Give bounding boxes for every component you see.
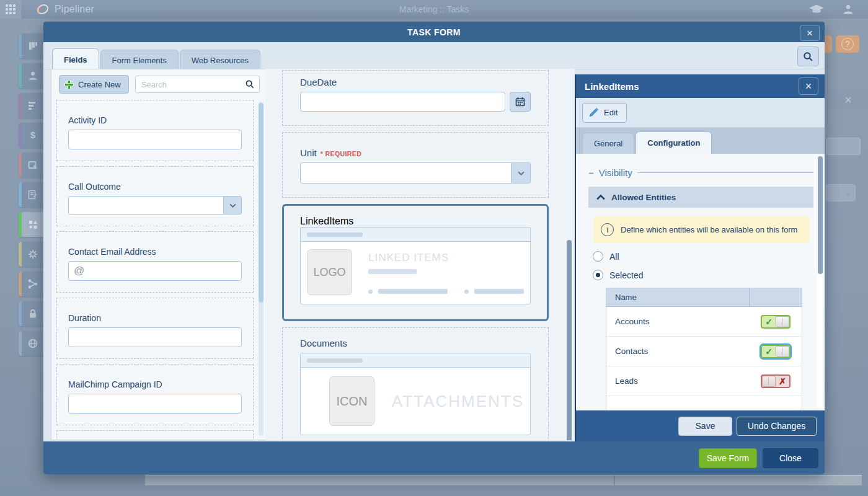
user-profile-icon[interactable] (842, 3, 854, 16)
x-icon: ✗ (776, 376, 789, 387)
chevron-down-icon (512, 162, 531, 184)
inspector-title: LinkedItems (585, 81, 799, 92)
canvas-section-documents[interactable]: Documents ICON ATTACHMENTS (282, 327, 549, 440)
form-canvas: DueDate Unit* REQUIRED (265, 69, 575, 440)
modal-close-button[interactable]: × (800, 25, 820, 41)
canvas-section-duedate[interactable]: DueDate (282, 70, 549, 126)
inspector-close-button[interactable]: × (799, 78, 818, 95)
leads-toggle-off[interactable]: ✗ (761, 374, 790, 388)
tab-form-elements[interactable]: Form Elements (100, 50, 179, 71)
toggle-knob (776, 316, 789, 327)
search-icon (245, 79, 255, 89)
close-icon: × (807, 28, 813, 38)
palette-tabs: Fields Form Elements Web Resources (52, 48, 260, 71)
table-row-leads: Leads ✗ (606, 366, 802, 396)
undo-changes-button[interactable]: Undo Changes (737, 417, 817, 436)
table-row-partial (606, 396, 802, 410)
modal-title: TASK FORM (407, 27, 461, 37)
pipeliner-logo-icon (36, 2, 50, 16)
help-icon: ? (841, 38, 854, 50)
pencil-icon (588, 107, 599, 118)
attachments-placeholder-title: ATTACHMENTS (392, 392, 524, 411)
icon-placeholder-box: ICON (329, 376, 374, 426)
search-icon (803, 51, 813, 62)
masked-button (825, 35, 832, 53)
radio-all[interactable]: All (593, 251, 813, 262)
info-text: Define which entities will be available … (621, 225, 797, 234)
save-form-button[interactable]: Save Form (699, 448, 757, 468)
required-badge: * REQUIRED (321, 150, 361, 157)
field-inspector-panel: LinkedItems × Edit General Configuration… (575, 74, 825, 441)
toggle-knob (776, 346, 789, 357)
inspector-footer: Save Undo Changes (576, 410, 825, 441)
create-new-label: Create New (78, 80, 121, 89)
duedate-input[interactable] (300, 92, 505, 112)
check-icon: ✓ (762, 346, 776, 357)
check-icon: ✓ (762, 316, 776, 327)
canvas-section-linkeditems-selected[interactable]: LinkedItems LOGO LINKED ITEMS (282, 204, 549, 321)
form-search-button[interactable] (797, 46, 819, 66)
info-icon: i (601, 223, 614, 236)
academy-cap-icon[interactable] (808, 4, 825, 15)
close-button[interactable]: Close (763, 448, 818, 468)
canvas-scrollbar[interactable] (567, 240, 572, 440)
linked-items-placeholder-title: LINKED ITEMS (368, 252, 524, 264)
allowed-entities-title: Allowed Entities (611, 193, 676, 202)
inspector-header: LinkedItems × (576, 74, 825, 98)
chevron-down-icon (224, 196, 242, 215)
email-at-prefix: @ (74, 265, 84, 277)
masked-input (826, 138, 861, 155)
radio-circle-selected[interactable] (593, 270, 603, 280)
palette-field-call-outcome[interactable]: Call Outcome (56, 166, 254, 226)
tab-fields[interactable]: Fields (52, 48, 99, 71)
palette-field-activity-id[interactable]: Activity ID (56, 100, 254, 161)
save-button[interactable]: Save (678, 417, 732, 436)
palette-field-mailchimp[interactable]: MailChimp Campaign ID (56, 364, 254, 425)
table-row-contacts: Contacts ✓ (606, 337, 802, 366)
modal-footer: Save Form Close (43, 441, 825, 474)
tab-general[interactable]: General (582, 133, 634, 154)
apps-grid-icon[interactable] (0, 0, 21, 19)
inspector-content: − Visibility Allowed Entities i Define w… (576, 154, 825, 410)
unit-select[interactable] (300, 162, 531, 184)
brand-logo: Pipeliner (36, 2, 94, 16)
help-button[interactable]: ? (836, 35, 859, 53)
masked-footer-band (145, 475, 862, 485)
inspector-scrollbar[interactable] (817, 156, 823, 408)
linkeditems-placeholder: LOGO LINKED ITEMS (300, 227, 531, 304)
palette-field-contact-email[interactable]: Contact Email Address @ (56, 231, 254, 293)
name-column-header: Name (606, 293, 749, 302)
radio-circle[interactable] (593, 251, 603, 262)
canvas-section-unit[interactable]: Unit* REQUIRED (282, 132, 549, 198)
allowed-entities-header[interactable]: Allowed Entities (588, 187, 813, 208)
collapse-icon: − (588, 167, 594, 178)
calendar-icon (515, 97, 525, 107)
svg-text:$: $ (30, 130, 36, 140)
masked-select: ⌄ (826, 184, 856, 202)
page-title: Marketing :: Tasks (0, 4, 868, 14)
palette-scrollbar[interactable] (259, 102, 264, 436)
contacts-toggle-on[interactable]: ✓ (761, 345, 790, 358)
visibility-section-header[interactable]: − Visibility (588, 167, 813, 178)
documents-placeholder: ICON ATTACHMENTS (300, 353, 531, 435)
palette-field-region[interactable]: Region (56, 430, 254, 440)
modal-title-bar: TASK FORM (43, 22, 825, 42)
calendar-button[interactable] (510, 92, 531, 112)
task-form-modal: TASK FORM × Fields Form Elements Web Res… (43, 22, 825, 474)
tab-configuration[interactable]: Configuration (636, 131, 712, 154)
palette-field-list: Activity ID Call Outcome Contact Email A… (56, 100, 254, 440)
table-header-row: Name (606, 288, 802, 307)
allowed-entities-table: Name Accounts ✓ Contacts (606, 288, 802, 410)
radio-selected[interactable]: Selected (593, 270, 813, 280)
palette-field-duration[interactable]: Duration (56, 298, 254, 359)
plus-icon (64, 80, 74, 89)
create-new-button[interactable]: Create New (59, 75, 129, 94)
edit-button[interactable]: Edit (582, 103, 627, 123)
palette-search-input[interactable] (135, 76, 260, 93)
brand-name: Pipeliner (55, 4, 94, 15)
tab-web-resources[interactable]: Web Resources (180, 50, 260, 71)
logo-placeholder-box: LOGO (307, 249, 352, 295)
masked-panel-close: × (828, 91, 868, 109)
fields-palette-panel: Create New Activity ID Call Outcome (51, 69, 267, 440)
accounts-toggle-on[interactable]: ✓ (761, 315, 790, 329)
